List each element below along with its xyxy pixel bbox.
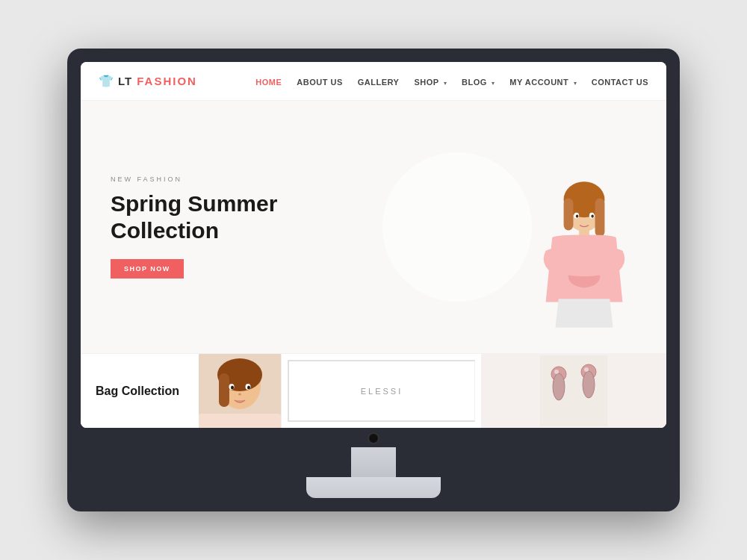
logo-shirt-icon: 👕 — [99, 74, 114, 88]
navbar: 👕 LT FASHION HOME ABOUT US GALLERY S — [81, 62, 666, 101]
nav-item-gallery[interactable]: GALLERY — [358, 75, 400, 88]
svg-point-24 — [554, 370, 559, 374]
bag-collection-title: Bag Collection — [96, 385, 179, 398]
nav-item-contact[interactable]: CONTACT US — [592, 75, 648, 88]
bag-collection-card: Bag Collection — [81, 354, 282, 428]
blog-chevron-icon: ▾ — [492, 80, 495, 87]
svg-point-16 — [247, 385, 250, 389]
monitor: 👕 LT FASHION HOME ABOUT US GALLERY S — [67, 49, 680, 511]
stand-neck — [351, 447, 396, 477]
account-chevron-icon: ▾ — [574, 80, 577, 87]
jewelry-illustration — [540, 355, 607, 426]
svg-rect-3 — [595, 199, 605, 237]
website: 👕 LT FASHION HOME ABOUT US GALLERY S — [81, 62, 666, 428]
svg-rect-18 — [199, 414, 281, 429]
nav-link-blog[interactable]: BLOG — [462, 78, 487, 87]
camera-dot — [368, 432, 379, 444]
elessi-brand-name: ELESSI — [361, 387, 403, 396]
nav-item-account[interactable]: MY ACCOUNT ▾ — [509, 75, 576, 88]
nav-link-home[interactable]: HOME — [255, 78, 282, 87]
nav-item-blog[interactable]: BLOG ▾ — [462, 75, 495, 88]
stand-base — [306, 477, 441, 498]
hero-model-illustration — [524, 174, 644, 353]
screen-bezel: 👕 LT FASHION HOME ABOUT US GALLERY S — [81, 62, 666, 428]
nav-item-about[interactable]: ABOUT US — [297, 75, 342, 88]
logo-lt: LT — [118, 75, 132, 87]
svg-point-15 — [231, 385, 234, 389]
shop-chevron-icon: ▾ — [444, 80, 447, 87]
hero-content: NEW FASHION Spring Summer Collection SHO… — [81, 101, 502, 353]
hero-title: Spring Summer Collection — [111, 190, 472, 244]
hero-section: NEW FASHION Spring Summer Collection SHO… — [81, 101, 666, 353]
svg-point-17 — [238, 393, 241, 395]
nav-item-shop[interactable]: SHOP ▾ — [414, 75, 447, 88]
nav-links: HOME ABOUT US GALLERY SHOP ▾ BLOG ▾ — [255, 75, 648, 88]
nav-link-contact[interactable]: CONTACT US — [592, 78, 648, 87]
nav-link-gallery[interactable]: GALLERY — [358, 78, 400, 87]
hero-subtitle: NEW FASHION — [111, 175, 472, 183]
nav-link-shop[interactable]: SHOP — [414, 78, 438, 87]
shop-now-button[interactable]: SHOP NOW — [111, 259, 184, 279]
monitor-stand — [306, 428, 441, 498]
logo-fashion: FASHION — [137, 75, 197, 87]
svg-point-21 — [553, 373, 565, 400]
hero-model-area — [502, 101, 666, 353]
bag-collection-image — [199, 354, 281, 428]
svg-point-25 — [584, 367, 589, 372]
elessi-brand-card: ELESSI — [288, 360, 475, 422]
nav-link-about[interactable]: ABOUT US — [297, 78, 342, 87]
svg-point-23 — [583, 371, 595, 398]
nav-link-account[interactable]: MY ACCOUNT — [509, 78, 568, 87]
logo: 👕 LT FASHION — [99, 74, 197, 88]
bottom-cards: Bag Collection — [81, 353, 666, 428]
svg-rect-2 — [564, 199, 574, 231]
hero-title-line2: Collection — [111, 218, 219, 243]
nav-item-home[interactable]: HOME — [255, 75, 282, 88]
svg-point-7 — [576, 214, 578, 217]
jewelry-card — [481, 354, 666, 428]
svg-rect-19 — [540, 355, 607, 426]
svg-rect-12 — [219, 373, 229, 407]
svg-point-8 — [591, 214, 593, 217]
hero-title-line1: Spring Summer — [111, 191, 277, 216]
